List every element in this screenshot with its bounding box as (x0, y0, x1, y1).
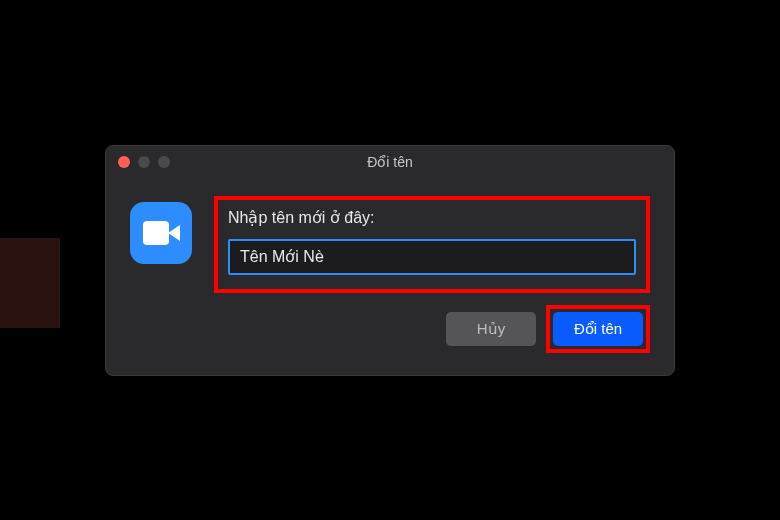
highlight-input-area: Nhập tên mới ở đây: (214, 196, 650, 293)
window-controls (118, 156, 170, 168)
highlight-confirm-button: Đổi tên (546, 305, 650, 353)
background-strip (0, 238, 60, 328)
rename-dialog: Đổi tên Nhập tên mới ở đây: Hủy Đổi tên (105, 145, 675, 376)
dialog-content: Nhập tên mới ở đây: Hủy Đổi tên (106, 178, 674, 375)
rename-form: Nhập tên mới ở đây: Hủy Đổi tên (214, 196, 650, 353)
video-camera-icon (143, 221, 179, 245)
cancel-button[interactable]: Hủy (446, 312, 536, 346)
zoom-app-icon (130, 202, 192, 264)
input-label: Nhập tên mới ở đây: (228, 208, 636, 227)
name-input[interactable] (228, 239, 636, 275)
confirm-button[interactable]: Đổi tên (553, 312, 643, 346)
close-icon[interactable] (118, 156, 130, 168)
dialog-title: Đổi tên (106, 154, 674, 170)
titlebar: Đổi tên (106, 146, 674, 178)
maximize-icon (158, 156, 170, 168)
button-row: Hủy Đổi tên (214, 305, 650, 353)
minimize-icon (138, 156, 150, 168)
